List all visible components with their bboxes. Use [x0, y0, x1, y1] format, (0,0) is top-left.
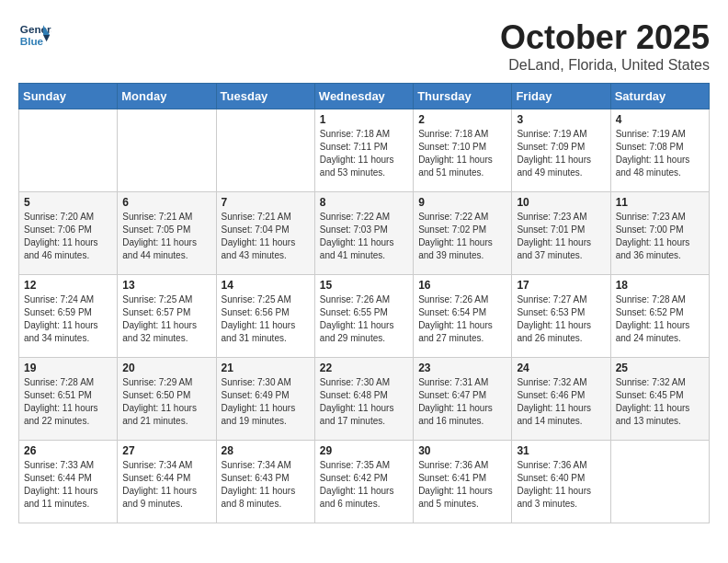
- day-info: Sunrise: 7:19 AM Sunset: 7:09 PM Dayligh…: [517, 128, 605, 179]
- day-number: 23: [418, 362, 506, 374]
- day-info: Sunrise: 7:31 AM Sunset: 6:47 PM Dayligh…: [418, 376, 506, 428]
- day-info: Sunrise: 7:23 AM Sunset: 7:01 PM Dayligh…: [517, 211, 605, 262]
- day-info: Sunrise: 7:29 AM Sunset: 6:50 PM Dayligh…: [122, 376, 210, 428]
- day-number: 6: [122, 196, 210, 209]
- day-number: 31: [517, 444, 605, 457]
- calendar-cell: 13Sunrise: 7:25 AM Sunset: 6:57 PM Dayli…: [118, 275, 216, 358]
- day-number: 24: [517, 362, 605, 374]
- day-number: 9: [418, 196, 506, 209]
- calendar-cell: 22Sunrise: 7:30 AM Sunset: 6:48 PM Dayli…: [314, 358, 413, 441]
- day-info: Sunrise: 7:21 AM Sunset: 7:04 PM Dayligh…: [222, 211, 310, 262]
- logo: General Blue: [18, 18, 51, 52]
- day-info: Sunrise: 7:34 AM Sunset: 6:43 PM Dayligh…: [222, 459, 310, 511]
- calendar-cell: 25Sunrise: 7:32 AM Sunset: 6:45 PM Dayli…: [610, 358, 709, 441]
- day-info: Sunrise: 7:23 AM Sunset: 7:00 PM Dayligh…: [616, 211, 704, 262]
- svg-marker-3: [43, 35, 50, 41]
- day-info: Sunrise: 7:33 AM Sunset: 6:44 PM Dayligh…: [24, 459, 112, 511]
- weekday-header-tuesday: Tuesday: [216, 84, 314, 109]
- calendar-cell: 26Sunrise: 7:33 AM Sunset: 6:44 PM Dayli…: [19, 441, 118, 523]
- day-info: Sunrise: 7:22 AM Sunset: 7:02 PM Dayligh…: [418, 211, 506, 262]
- calendar-cell: 7Sunrise: 7:21 AM Sunset: 7:04 PM Daylig…: [216, 192, 314, 275]
- day-info: Sunrise: 7:30 AM Sunset: 6:48 PM Dayligh…: [320, 376, 408, 428]
- day-info: Sunrise: 7:32 AM Sunset: 6:45 PM Dayligh…: [616, 376, 704, 428]
- day-number: 1: [320, 113, 408, 126]
- day-number: 29: [320, 444, 408, 457]
- day-info: Sunrise: 7:26 AM Sunset: 6:54 PM Dayligh…: [418, 293, 506, 345]
- day-info: Sunrise: 7:20 AM Sunset: 7:06 PM Dayligh…: [24, 211, 112, 262]
- calendar-cell: [19, 109, 118, 192]
- day-info: Sunrise: 7:30 AM Sunset: 6:49 PM Dayligh…: [222, 376, 310, 428]
- title-block: October 2025 DeLand, Florida, United Sta…: [500, 18, 710, 74]
- calendar-week-1: 1Sunrise: 7:18 AM Sunset: 7:11 PM Daylig…: [19, 109, 710, 192]
- weekday-header-row: SundayMondayTuesdayWednesdayThursdayFrid…: [19, 84, 710, 109]
- day-number: 28: [222, 444, 310, 457]
- page-header: General Blue October 2025 DeLand, Florid…: [18, 18, 710, 74]
- calendar-cell: 24Sunrise: 7:32 AM Sunset: 6:46 PM Dayli…: [512, 358, 610, 441]
- calendar-cell: 21Sunrise: 7:30 AM Sunset: 6:49 PM Dayli…: [216, 358, 314, 441]
- logo-icon: General Blue: [18, 18, 51, 52]
- calendar-cell: 20Sunrise: 7:29 AM Sunset: 6:50 PM Dayli…: [118, 358, 216, 441]
- day-info: Sunrise: 7:27 AM Sunset: 6:53 PM Dayligh…: [517, 293, 605, 345]
- calendar-cell: 31Sunrise: 7:36 AM Sunset: 6:40 PM Dayli…: [512, 441, 610, 523]
- day-info: Sunrise: 7:19 AM Sunset: 7:08 PM Dayligh…: [616, 128, 704, 179]
- day-number: 14: [222, 279, 310, 292]
- weekday-header-friday: Friday: [512, 84, 610, 109]
- calendar-cell: 3Sunrise: 7:19 AM Sunset: 7:09 PM Daylig…: [512, 109, 610, 192]
- day-number: 2: [418, 113, 506, 126]
- calendar-cell: 28Sunrise: 7:34 AM Sunset: 6:43 PM Dayli…: [216, 441, 314, 523]
- day-number: 21: [222, 362, 310, 374]
- day-number: 25: [616, 362, 704, 374]
- calendar-cell: 15Sunrise: 7:26 AM Sunset: 6:55 PM Dayli…: [314, 275, 413, 358]
- calendar-cell: [216, 109, 314, 192]
- day-info: Sunrise: 7:18 AM Sunset: 7:10 PM Dayligh…: [418, 128, 506, 179]
- calendar-cell: 5Sunrise: 7:20 AM Sunset: 7:06 PM Daylig…: [19, 192, 118, 275]
- calendar-week-3: 12Sunrise: 7:24 AM Sunset: 6:59 PM Dayli…: [19, 275, 710, 358]
- day-number: 27: [122, 444, 210, 457]
- calendar-cell: 19Sunrise: 7:28 AM Sunset: 6:51 PM Dayli…: [19, 358, 118, 441]
- day-number: 4: [616, 113, 704, 126]
- day-number: 26: [24, 444, 112, 457]
- day-number: 30: [418, 444, 506, 457]
- calendar-cell: 23Sunrise: 7:31 AM Sunset: 6:47 PM Dayli…: [414, 358, 512, 441]
- day-info: Sunrise: 7:25 AM Sunset: 6:57 PM Dayligh…: [122, 293, 210, 345]
- calendar-cell: 9Sunrise: 7:22 AM Sunset: 7:02 PM Daylig…: [414, 192, 512, 275]
- calendar-week-4: 19Sunrise: 7:28 AM Sunset: 6:51 PM Dayli…: [19, 358, 710, 441]
- weekday-header-saturday: Saturday: [610, 84, 709, 109]
- day-number: 15: [320, 279, 408, 292]
- location: DeLand, Florida, United States: [500, 57, 710, 74]
- calendar-cell: 17Sunrise: 7:27 AM Sunset: 6:53 PM Dayli…: [512, 275, 610, 358]
- day-info: Sunrise: 7:35 AM Sunset: 6:42 PM Dayligh…: [320, 459, 408, 511]
- svg-text:Blue: Blue: [20, 35, 44, 47]
- day-info: Sunrise: 7:26 AM Sunset: 6:55 PM Dayligh…: [320, 293, 408, 345]
- day-info: Sunrise: 7:18 AM Sunset: 7:11 PM Dayligh…: [320, 128, 408, 179]
- calendar-cell: 8Sunrise: 7:22 AM Sunset: 7:03 PM Daylig…: [314, 192, 413, 275]
- calendar-cell: 12Sunrise: 7:24 AM Sunset: 6:59 PM Dayli…: [19, 275, 118, 358]
- weekday-header-monday: Monday: [118, 84, 216, 109]
- day-number: 22: [320, 362, 408, 374]
- weekday-header-thursday: Thursday: [414, 84, 512, 109]
- calendar-week-2: 5Sunrise: 7:20 AM Sunset: 7:06 PM Daylig…: [19, 192, 710, 275]
- calendar-cell: 1Sunrise: 7:18 AM Sunset: 7:11 PM Daylig…: [314, 109, 413, 192]
- day-info: Sunrise: 7:21 AM Sunset: 7:05 PM Dayligh…: [122, 211, 210, 262]
- day-number: 3: [517, 113, 605, 126]
- day-number: 19: [24, 362, 112, 374]
- calendar-cell: 4Sunrise: 7:19 AM Sunset: 7:08 PM Daylig…: [610, 109, 709, 192]
- day-info: Sunrise: 7:28 AM Sunset: 6:51 PM Dayligh…: [24, 376, 112, 428]
- calendar-cell: 18Sunrise: 7:28 AM Sunset: 6:52 PM Dayli…: [610, 275, 709, 358]
- weekday-header-sunday: Sunday: [19, 84, 118, 109]
- calendar-cell: 30Sunrise: 7:36 AM Sunset: 6:41 PM Dayli…: [414, 441, 512, 523]
- calendar-cell: 11Sunrise: 7:23 AM Sunset: 7:00 PM Dayli…: [610, 192, 709, 275]
- day-number: 17: [517, 279, 605, 292]
- day-info: Sunrise: 7:32 AM Sunset: 6:46 PM Dayligh…: [517, 376, 605, 428]
- calendar-cell: 10Sunrise: 7:23 AM Sunset: 7:01 PM Dayli…: [512, 192, 610, 275]
- day-number: 20: [122, 362, 210, 374]
- day-number: 13: [122, 279, 210, 292]
- day-number: 16: [418, 279, 506, 292]
- calendar-table: SundayMondayTuesdayWednesdayThursdayFrid…: [18, 83, 710, 523]
- day-number: 12: [24, 279, 112, 292]
- day-info: Sunrise: 7:25 AM Sunset: 6:56 PM Dayligh…: [222, 293, 310, 345]
- calendar-cell: 6Sunrise: 7:21 AM Sunset: 7:05 PM Daylig…: [118, 192, 216, 275]
- month-title: October 2025: [500, 18, 710, 57]
- calendar-cell: 29Sunrise: 7:35 AM Sunset: 6:42 PM Dayli…: [314, 441, 413, 523]
- calendar-cell: 2Sunrise: 7:18 AM Sunset: 7:10 PM Daylig…: [414, 109, 512, 192]
